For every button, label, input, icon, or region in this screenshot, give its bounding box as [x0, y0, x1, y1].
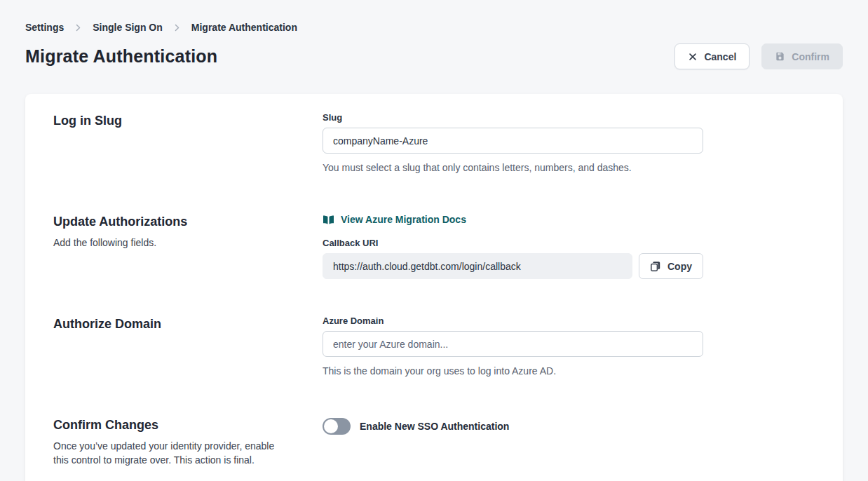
docs-link-label: View Azure Migration Docs [341, 213, 466, 226]
settings-card: Log in Slug Slug You must select a slug … [25, 94, 843, 481]
copy-button[interactable]: Copy [639, 253, 703, 279]
azure-domain-label: Azure Domain [323, 316, 703, 326]
copy-button-label: Copy [667, 261, 692, 272]
slug-field-label: Slug [323, 112, 703, 123]
section-update-authorizations-left: Update Authorizations Add the following … [53, 213, 323, 250]
azure-domain-help-text: This is the domain your org uses to log … [323, 365, 703, 377]
save-icon [775, 51, 785, 62]
section-update-authorizations: Update Authorizations Add the following … [53, 213, 815, 279]
section-confirm-changes-left: Confirm Changes Once you’ve updated your… [53, 416, 323, 467]
enable-sso-toggle[interactable] [323, 418, 351, 435]
breadcrumb-single-sign-on[interactable]: Single Sign On [93, 22, 163, 33]
cancel-button-label: Cancel [704, 51, 736, 62]
section-update-authorizations-fields: View Azure Migration Docs Callback URI C… [323, 213, 703, 279]
breadcrumb-migrate-authentication: Migrate Authentication [191, 22, 297, 33]
slug-help-text: You must select a slug that only contain… [323, 161, 703, 174]
section-description: Add the following fields. [53, 236, 292, 250]
azure-domain-input[interactable] [323, 331, 703, 357]
section-login-slug-fields: Slug You must select a slug that only co… [323, 112, 703, 174]
section-description: Once you’ve updated your identity provid… [53, 439, 292, 467]
confirm-button[interactable]: Confirm [761, 43, 843, 69]
callback-uri-input [323, 253, 632, 279]
close-icon [688, 52, 698, 62]
section-heading-confirm-changes: Confirm Changes [53, 416, 323, 433]
section-confirm-changes-fields: Enable New SSO Authentication [323, 416, 703, 435]
toggle-knob [324, 419, 338, 433]
page-header: Migrate Authentication Cancel Confirm [25, 43, 843, 69]
sso-toggle-label: Enable New SSO Authentication [360, 421, 509, 432]
chevron-right-icon [172, 23, 182, 32]
page-title: Migrate Authentication [25, 46, 217, 67]
header-actions: Cancel Confirm [674, 43, 843, 69]
view-azure-migration-docs-link[interactable]: View Azure Migration Docs [323, 213, 466, 226]
section-login-slug-left: Log in Slug [53, 112, 323, 129]
section-authorize-domain: Authorize Domain Azure Domain This is th… [53, 316, 815, 377]
migrate-authentication-page: Settings Single Sign On Migrate Authenti… [0, 0, 868, 481]
sso-toggle-row: Enable New SSO Authentication [323, 416, 703, 435]
slug-input[interactable] [323, 128, 703, 154]
section-heading-update-authorizations: Update Authorizations [53, 213, 323, 230]
confirm-button-label: Confirm [792, 51, 829, 62]
callback-uri-label: Callback URI [323, 238, 703, 248]
book-icon [323, 215, 334, 225]
section-heading-authorize-domain: Authorize Domain [53, 316, 323, 332]
section-login-slug: Log in Slug Slug You must select a slug … [53, 112, 815, 174]
chevron-right-icon [74, 23, 83, 32]
section-heading-login-slug: Log in Slug [53, 112, 323, 129]
section-confirm-changes: Confirm Changes Once you’ve updated your… [53, 416, 815, 467]
callback-copy-row: Copy [323, 253, 703, 279]
callback-uri-group: Callback URI Copy [323, 238, 703, 279]
breadcrumb-settings[interactable]: Settings [25, 22, 64, 33]
cancel-button[interactable]: Cancel [674, 43, 750, 69]
section-authorize-domain-fields: Azure Domain This is the domain your org… [323, 316, 703, 377]
copy-icon [650, 261, 661, 272]
section-authorize-domain-left: Authorize Domain [53, 316, 323, 332]
breadcrumb: Settings Single Sign On Migrate Authenti… [25, 0, 843, 33]
